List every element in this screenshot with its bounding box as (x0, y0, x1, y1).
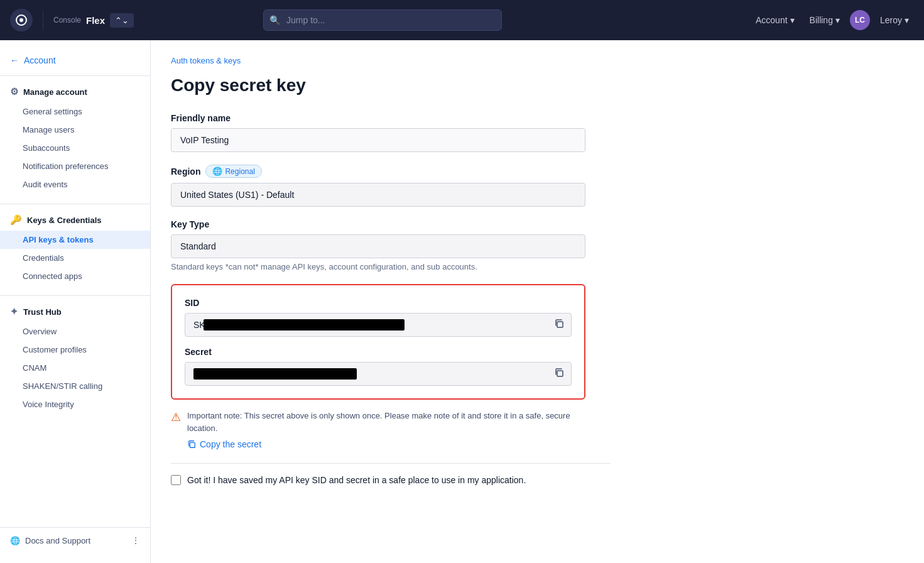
sidebar-item-notification-preferences[interactable]: Notification preferences (0, 157, 150, 175)
sidebar-item-voice-integrity[interactable]: Voice Integrity (0, 395, 150, 413)
secret-input-wrap (185, 362, 572, 386)
friendly-name-label: Friendly name (171, 113, 904, 123)
confirmation-row: Got it! I have saved my API key SID and … (171, 463, 611, 487)
regional-badge: 🌐 Regional (205, 165, 261, 178)
copy-secret-link[interactable]: Copy the secret (187, 439, 261, 449)
secret-highlight-box: SID SK Secret (171, 284, 585, 400)
sid-input-wrap: SK (185, 313, 572, 337)
breadcrumb[interactable]: Auth tokens & keys (171, 56, 241, 65)
warning-icon: ⚠ (171, 410, 181, 424)
sid-label: SID (185, 298, 572, 308)
sidebar-item-cnam[interactable]: CNAM (0, 359, 150, 377)
confirmation-label: Got it! I have saved my API key SID and … (187, 474, 526, 487)
sidebar-item-overview[interactable]: Overview (0, 322, 150, 341)
globe-icon: 🌐 (10, 536, 20, 545)
sidebar-item-connected-apps[interactable]: Connected apps (0, 267, 150, 285)
trust-hub-icon: ✦ (10, 306, 18, 317)
key-type-input (171, 234, 585, 258)
key-type-group: Key Type Standard keys *can not* manage … (171, 219, 904, 271)
console-label: Console (53, 16, 81, 25)
sidebar-section-trust-hub: ✦ Trust Hub Overview Customer profiles C… (0, 301, 150, 413)
search-input[interactable] (263, 9, 502, 31)
docs-support-link[interactable]: 🌐 Docs and Support (10, 536, 90, 545)
sidebar-section-header-trust-hub: ✦ Trust Hub (0, 301, 150, 322)
page-layout: ← Account ⚙ Manage account General setti… (0, 40, 924, 563)
avatar[interactable]: LC (850, 10, 870, 30)
key-type-help: Standard keys *can not* manage API keys,… (171, 262, 585, 271)
sidebar-section-manage-account: ⚙ Manage account General settings Manage… (0, 81, 150, 194)
sidebar-divider-1 (0, 204, 150, 204)
warning-box: ⚠ Important note: This secret above is o… (171, 410, 585, 451)
search-icon: 🔍 (269, 15, 280, 25)
secret-copy-button[interactable] (553, 366, 565, 381)
sidebar-item-manage-users[interactable]: Manage users (0, 121, 150, 139)
copy-secret-icon (187, 440, 196, 449)
topnav-right: Account Billing LC Leroy (751, 10, 914, 30)
sidebar: ← Account ⚙ Manage account General setti… (0, 40, 151, 563)
page-title: Copy secret key (171, 75, 904, 96)
svg-rect-4 (190, 442, 195, 447)
sidebar-section-keys-credentials: 🔑 Keys & Credentials API keys & tokens C… (0, 209, 150, 285)
sidebar-footer: 🌐 Docs and Support ⋮ (0, 527, 150, 553)
sidebar-item-audit-events[interactable]: Audit events (0, 175, 150, 194)
secret-input (185, 362, 572, 386)
app-selector: Console Flex ⌃⌄ (53, 13, 134, 28)
gear-icon: ⚙ (10, 86, 18, 97)
account-menu-button[interactable]: Account (751, 11, 800, 29)
search-bar: 🔍 (263, 9, 502, 31)
arrow-left-icon: ← (10, 55, 19, 65)
secret-label: Secret (185, 347, 572, 357)
main-content: Auth tokens & keys Copy secret key Frien… (151, 40, 924, 563)
sidebar-item-subaccounts[interactable]: Subaccounts (0, 139, 150, 157)
friendly-name-input[interactable] (171, 128, 585, 152)
sidebar-item-api-keys-tokens[interactable]: API keys & tokens (0, 231, 150, 249)
sidebar-item-general-settings[interactable]: General settings (0, 102, 150, 121)
sidebar-item-credentials[interactable]: Credentials (0, 249, 150, 267)
warning-text: Important note: This secret above is onl… (187, 411, 570, 433)
svg-point-1 (19, 18, 23, 22)
sidebar-section-header-manage-account: ⚙ Manage account (0, 81, 150, 102)
globe-badge-icon: 🌐 (212, 167, 222, 176)
user-menu-button[interactable]: Leroy (875, 11, 914, 29)
app-switcher-button[interactable]: ⌃⌄ (110, 13, 134, 28)
svg-rect-3 (557, 371, 563, 376)
secret-group: Secret (185, 347, 572, 386)
warning-content: Important note: This secret above is onl… (187, 410, 585, 451)
region-input (171, 183, 585, 207)
sidebar-divider-2 (0, 295, 150, 296)
more-options-icon[interactable]: ⋮ (131, 535, 140, 545)
key-type-label: Key Type (171, 219, 904, 229)
top-navigation: Console Flex ⌃⌄ 🔍 Account Billing LC Ler… (0, 0, 924, 40)
app-name: Flex (86, 15, 105, 26)
sidebar-item-shaken-stir[interactable]: SHAKEN/STIR calling (0, 377, 150, 395)
sid-copy-button[interactable] (553, 317, 565, 332)
key-icon: 🔑 (10, 214, 22, 226)
sidebar-section-header-keys: 🔑 Keys & Credentials (0, 209, 150, 231)
region-label: Region (171, 167, 200, 177)
region-label-row: Region 🌐 Regional (171, 165, 904, 178)
nav-divider (43, 10, 43, 30)
sid-input (185, 313, 572, 337)
sidebar-item-customer-profiles[interactable]: Customer profiles (0, 341, 150, 359)
confirmation-checkbox[interactable] (171, 475, 181, 485)
region-group: Region 🌐 Regional (171, 165, 904, 207)
console-logo (10, 9, 33, 31)
friendly-name-group: Friendly name (171, 113, 904, 152)
billing-menu-button[interactable]: Billing (805, 11, 845, 29)
svg-rect-2 (557, 322, 563, 327)
sid-group: SID SK (185, 298, 572, 337)
sidebar-back-account[interactable]: ← Account (0, 50, 150, 76)
